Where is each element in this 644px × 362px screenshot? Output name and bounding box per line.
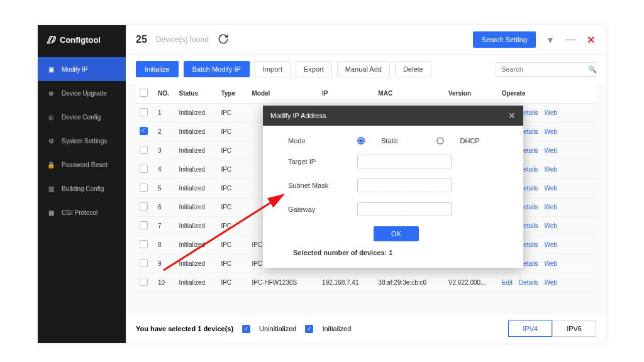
col-status: Status [175,84,217,104]
search-box[interactable]: 🔍 [496,62,596,77]
col-operate: Operate [498,84,596,104]
sidebar-item-system-settings[interactable]: ⚙ System Settings [38,129,126,153]
cell-type: IPC [217,104,248,123]
web-link[interactable]: Web [545,204,557,211]
edit-link[interactable]: Edit [502,279,513,286]
cell-type: IPC [217,123,248,141]
initialize-button[interactable]: Initialize [136,61,179,77]
lock-icon: 🔒 [47,160,55,169]
cell-version: V2.622.000... [445,273,498,292]
sidebar-item-device-upgrade[interactable]: ⊕ Device Upgrade [38,81,126,105]
row-checkbox[interactable] [140,221,148,229]
delete-button[interactable]: Delete [395,61,431,77]
uninitialized-label: Uninitialized [259,325,296,332]
subnet-mask-input[interactable]: ... [357,178,452,192]
upgrade-icon: ⊕ [47,89,55,97]
row-checkbox[interactable] [140,127,148,135]
brand: ⅅ Configtool [38,25,126,57]
selected-devices-info: Selected number of devices: 1 [288,249,504,261]
modal-header: Modify IP Address ✕ [263,106,523,126]
sidebar: ⅅ Configtool ▣ Modify IP ⊕ Device Upgrad… [38,25,126,343]
sidebar-item-building-config[interactable]: ▥ Building Config [38,177,126,200]
cell-no: 4 [154,160,175,179]
protocol-icon: ▦ [47,208,55,217]
web-link[interactable]: Web [545,222,557,229]
cell-no: 7 [154,217,175,236]
row-checkbox[interactable] [140,240,148,248]
device-found-label: Device(s) found [156,35,209,44]
web-link[interactable]: Web [545,260,557,267]
select-all-checkbox[interactable] [140,89,148,97]
cell-operate: EditDetailsWeb [498,273,596,292]
search-icon[interactable]: 🔍 [588,65,597,74]
footer: You have selected 1 device(s) ✓ Uninitia… [126,314,606,343]
sidebar-item-label: Modify IP [62,66,88,73]
toolbar: Initialize Batch Modify IP Import Export… [126,55,606,84]
sidebar-item-device-config[interactable]: ◎ Device Config [38,105,126,129]
cell-status: Initialized [175,104,217,123]
sidebar-item-label: Device Config [62,114,101,121]
row-checkbox[interactable] [140,108,148,116]
web-link[interactable]: Web [545,147,557,154]
row-checkbox[interactable] [140,278,148,286]
row-checkbox[interactable] [140,259,148,267]
initialized-checkbox[interactable]: ✓ [305,325,313,333]
web-link[interactable]: Web [545,109,557,116]
minimize-icon[interactable]: — [565,34,576,45]
filter-icon[interactable]: ▾ [545,34,556,45]
row-checkbox[interactable] [140,146,148,154]
cell-no: 10 [154,273,175,292]
mode-label: Mode [288,137,345,145]
device-count: 25 [136,34,147,45]
row-checkbox[interactable] [140,184,148,192]
cell-type: IPC [217,236,248,255]
details-link[interactable]: Details [519,279,538,286]
target-ip-input[interactable]: ... [357,155,452,168]
sidebar-item-label: Password Reset [62,162,108,168]
cell-type: IPC [217,273,248,292]
dhcp-radio[interactable] [436,137,444,145]
import-button[interactable]: Import [255,61,291,77]
gateway-input[interactable]: ... [357,202,452,216]
sidebar-item-modify-ip[interactable]: ▣ Modify IP [38,57,126,81]
static-radio[interactable] [357,137,365,145]
ok-button[interactable]: OK [374,226,419,241]
web-link[interactable]: Web [545,241,557,248]
refresh-icon[interactable] [218,33,230,46]
sidebar-item-password-reset[interactable]: 🔒 Password Reset [38,153,126,177]
modal-close-icon[interactable]: ✕ [508,111,516,121]
batch-modify-ip-button[interactable]: Batch Modify IP [184,61,250,77]
manual-add-button[interactable]: Manual Add [337,61,390,77]
row-checkbox[interactable] [140,165,148,173]
cell-no: 9 [154,255,175,273]
close-icon[interactable]: ✕ [585,34,596,45]
web-link[interactable]: Web [545,166,557,173]
col-model: Model [248,84,319,104]
export-button[interactable]: Export [296,61,332,77]
brand-name: Configtool [60,35,101,45]
web-link[interactable]: Web [545,128,557,135]
col-type: Type [217,84,248,104]
cell-no: 5 [154,179,175,198]
uninitialized-checkbox[interactable]: ✓ [242,325,250,333]
cell-no: 2 [154,123,175,141]
row-checkbox[interactable] [140,202,148,211]
search-setting-button[interactable]: Search Setting [473,31,536,48]
cell-type: IPC [217,255,248,273]
selected-summary: You have selected 1 device(s) [136,325,233,332]
config-icon: ◎ [47,112,55,121]
web-link[interactable]: Web [545,279,557,286]
cell-status: Initialized [175,160,217,179]
sidebar-item-label: CGI Protocol [62,209,97,216]
ipv4-button[interactable]: IPV4 [508,321,552,337]
cell-status: Initialized [175,273,217,292]
sidebar-item-cgi-protocol[interactable]: ▦ CGI Protocol [38,200,126,224]
cell-no: 1 [154,104,175,123]
ipv6-button[interactable]: IPV6 [552,321,596,337]
web-link[interactable]: Web [545,185,557,192]
modify-ip-modal: Modify IP Address ✕ Mode Static DHCP Tar… [263,106,523,268]
search-input[interactable] [501,65,588,73]
cell-status: Initialized [175,217,217,236]
cell-type: IPC [217,141,248,160]
gateway-label: Gateway [288,206,345,213]
